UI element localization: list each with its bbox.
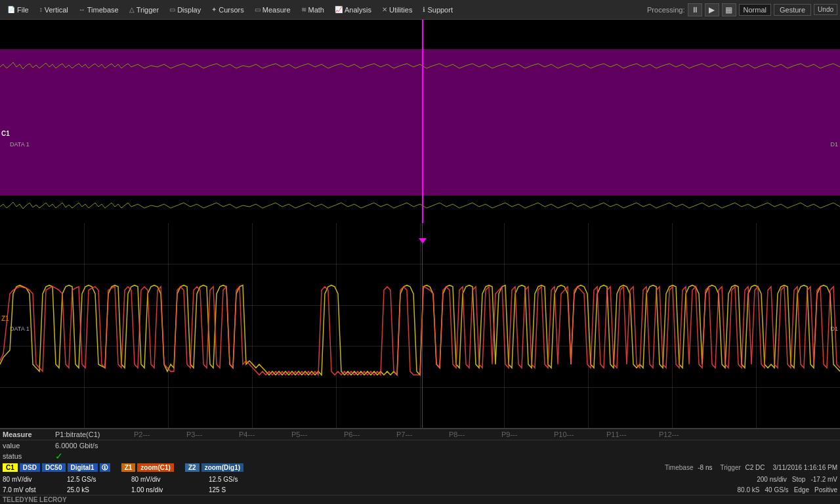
processing-label: Processing: bbox=[647, 6, 684, 14]
row2-left-value: Stop bbox=[792, 476, 806, 483]
menu-display[interactable]: ▭ Display bbox=[165, 4, 205, 16]
detail-waveform: Z1 DATA 1 D1 bbox=[0, 223, 840, 428]
menu-support[interactable]: ℹ Support bbox=[418, 4, 457, 16]
row2-edge: Edge bbox=[794, 486, 809, 494]
math-icon: ≋ bbox=[301, 6, 306, 13]
cursor-line-overview bbox=[422, 20, 423, 223]
menu-utilities[interactable]: ✕ Utilities bbox=[377, 4, 417, 16]
z1-gs: 12.5 GS/s bbox=[209, 476, 268, 483]
ch-dsd-badge[interactable]: DSD bbox=[20, 463, 40, 472]
menu-analysis[interactable]: 📈 Analysis bbox=[330, 4, 376, 16]
c1-mv-ofst: 7.0 mV ofst bbox=[3, 486, 62, 494]
file-icon: 📄 bbox=[7, 6, 15, 13]
p10-label: P10--- bbox=[554, 430, 606, 438]
row2-mid-label: -17.2 mV bbox=[810, 476, 837, 483]
display-icon: ▭ bbox=[169, 6, 175, 13]
channel-params-row: 80 mV/div 12.5 GS/s 80 mV/div 12.5 GS/s … bbox=[0, 474, 840, 484]
ch-digital1-badge[interactable]: Digital1 bbox=[68, 463, 98, 472]
status-check-icon: ✓ bbox=[55, 451, 63, 461]
analysis-icon: 📈 bbox=[335, 6, 343, 13]
p5-label: P5--- bbox=[291, 430, 344, 438]
p4-label: P4--- bbox=[239, 430, 291, 438]
ch-z1-zoom-badge[interactable]: zoom(C1) bbox=[137, 463, 174, 472]
row2-gs: 40 GS/s bbox=[765, 486, 788, 494]
value-label: value bbox=[3, 442, 55, 450]
grid-button[interactable]: ▦ bbox=[722, 3, 736, 16]
c1-gs: 12.5 GS/s bbox=[67, 476, 126, 483]
datetime-text: 3/11/2016 1:16:16 PM bbox=[773, 464, 837, 471]
status-bar: Measure P1:bitrate(C1) P2--- P3--- P4---… bbox=[0, 429, 840, 504]
ch-z2-badge[interactable]: Z2 bbox=[185, 463, 200, 472]
p6-label: P6--- bbox=[344, 430, 396, 438]
menu-vertical[interactable]: ↕ Vertical bbox=[35, 4, 73, 16]
z1-s: 125 S bbox=[209, 486, 268, 494]
z1-ns-div: 1.00 ns/div bbox=[131, 486, 203, 494]
menu-cursors[interactable]: ✦ Cursors bbox=[207, 4, 249, 16]
ch-z2-zoom-badge[interactable]: zoom(Dig1) bbox=[201, 463, 243, 472]
spacer2 bbox=[181, 463, 183, 471]
row2-right: 80.0 kS bbox=[738, 486, 760, 494]
measure-row: Measure P1:bitrate(C1) P2--- P3--- P4---… bbox=[0, 429, 840, 440]
detail-svg bbox=[0, 223, 840, 428]
branding-text: TELEDYNE LECROY bbox=[3, 496, 67, 503]
utilities-icon: ✕ bbox=[382, 6, 387, 13]
c1-mv-div: 80 mV/div bbox=[3, 476, 62, 483]
c1-ks: 25.0 kS bbox=[67, 486, 126, 494]
timebase-label: Timebase bbox=[665, 464, 694, 471]
p11-label: P11--- bbox=[606, 430, 659, 438]
ch-z1-badge[interactable]: Z1 bbox=[121, 463, 136, 472]
p7-label: P7--- bbox=[396, 430, 449, 438]
ch-c1-badge[interactable]: C1 bbox=[3, 463, 18, 472]
menu-file[interactable]: 📄 File bbox=[3, 4, 33, 16]
branding-row: TELEDYNE LECROY bbox=[0, 495, 840, 504]
trigger-block: Trigger C2 DC bbox=[720, 464, 765, 471]
timebase-value: -8 ns bbox=[698, 464, 712, 471]
overview-svg bbox=[0, 20, 840, 223]
detail-section: Z1 DATA 1 D1 bbox=[0, 223, 840, 429]
overview-waveform: C1 DATA 1 D1 bbox=[0, 20, 840, 223]
menu-bar: 📄 File ↕ Vertical ↔ Timebase △ Trigger ▭… bbox=[0, 0, 840, 20]
trigger-value: C2 DC bbox=[746, 464, 765, 471]
channel-row: C1 DSD DC50 Digital1 🛈 Z1 zoom(C1) Z2 zo… bbox=[0, 461, 840, 474]
menu-math[interactable]: ≋ Math bbox=[297, 4, 329, 16]
overview-ch-label: C1 bbox=[1, 130, 10, 137]
cursor-line-detail bbox=[422, 223, 423, 428]
spacer bbox=[117, 463, 119, 471]
main-content: C1 DATA 1 D1 bbox=[0, 20, 840, 504]
value-row: value 6.0000 Gbit/s bbox=[0, 440, 840, 451]
play-button[interactable]: ▶ bbox=[705, 3, 719, 16]
processing-area: Processing: ⏸ ▶ ▦ Normal Gesture Undo bbox=[647, 3, 837, 16]
measure-icon: ▭ bbox=[255, 6, 261, 13]
timebase-info-area: Timebase -8 ns Trigger C2 DC 3/11/2016 1… bbox=[665, 464, 837, 471]
gesture-button[interactable]: Gesture bbox=[774, 4, 811, 16]
measure-label: Measure bbox=[3, 430, 55, 438]
z1-mv-div: 80 mV/div bbox=[131, 476, 203, 483]
row2-pos: Positive bbox=[814, 486, 837, 494]
menu-trigger[interactable]: △ Trigger bbox=[125, 4, 163, 16]
row2-left-label: 200 ns/div bbox=[757, 476, 787, 483]
support-icon: ℹ bbox=[423, 6, 425, 13]
status-label-text: status bbox=[3, 452, 55, 460]
ch-dc50-badge[interactable]: DC50 bbox=[42, 463, 66, 472]
trigger-icon: △ bbox=[129, 6, 135, 13]
ch-info-badge[interactable]: 🛈 bbox=[100, 463, 110, 472]
menu-measure[interactable]: ▭ Measure bbox=[250, 4, 295, 16]
cursors-icon: ✦ bbox=[211, 6, 217, 13]
p9-label: P9--- bbox=[501, 430, 554, 438]
p3-label: P3--- bbox=[186, 430, 239, 438]
p2-label: P2--- bbox=[134, 430, 186, 438]
pause-button[interactable]: ⏸ bbox=[688, 3, 702, 16]
undo-button[interactable]: Undo bbox=[814, 4, 837, 15]
p12-label: P12--- bbox=[659, 430, 711, 438]
datetime-display: 3/11/2016 1:16:16 PM bbox=[773, 464, 837, 471]
vertical-icon: ↕ bbox=[39, 6, 43, 13]
p8-label: P8--- bbox=[449, 430, 501, 438]
timebase-block: Timebase -8 ns bbox=[665, 464, 713, 471]
timebase-icon: ↔ bbox=[79, 6, 85, 13]
overview-section: C1 DATA 1 D1 bbox=[0, 20, 840, 223]
mode-display: Normal bbox=[739, 4, 771, 16]
channel-params-row2: 7.0 mV ofst 25.0 kS 1.00 ns/div 125 S 80… bbox=[0, 484, 840, 495]
p1-label: P1:bitrate(C1) bbox=[55, 430, 134, 438]
trigger-arrow-overview bbox=[419, 238, 427, 243]
menu-timebase[interactable]: ↔ Timebase bbox=[74, 4, 123, 16]
